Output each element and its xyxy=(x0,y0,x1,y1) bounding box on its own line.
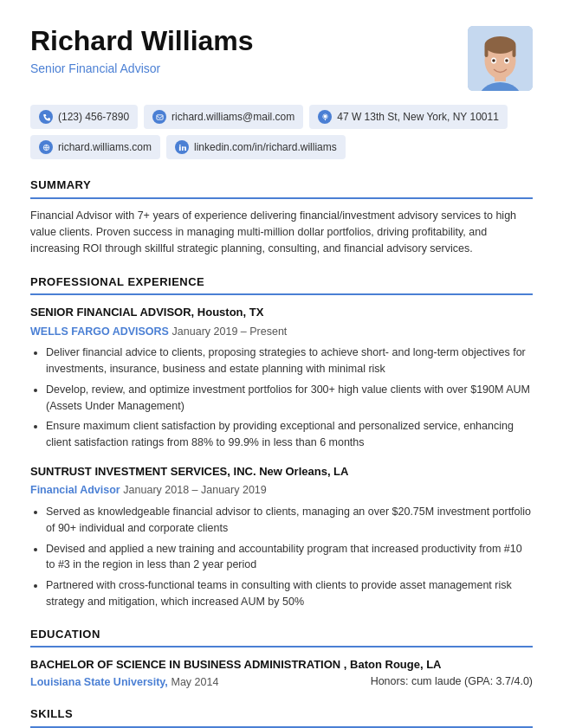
svg-rect-5 xyxy=(485,45,489,57)
contact-linkedin: linkedin.com/in/richard.williams xyxy=(166,135,346,159)
svg-rect-6 xyxy=(513,45,516,57)
job-1-date: January 2019 – Present xyxy=(172,325,288,338)
svg-point-9 xyxy=(492,59,495,62)
location-icon xyxy=(318,110,332,124)
contact-location: 47 W 13th St, New York, NY 10011 xyxy=(309,105,508,129)
experience-section: PROFESSIONAL EXPERIENCE SENIOR FINANCIAL… xyxy=(30,274,533,610)
svg-rect-16 xyxy=(178,146,180,151)
job-2-company-row: Financial Advisor January 2018 – January… xyxy=(30,481,533,499)
phone-icon xyxy=(39,110,53,124)
edu-block: BACHELOR OF SCIENCE IN BUSINESS ADMINIST… xyxy=(30,656,533,690)
edu-degree: BACHELOR OF SCIENCE IN BUSINESS ADMINIST… xyxy=(30,656,533,673)
summary-section: SUMMARY Financial Advisor with 7+ years … xyxy=(30,177,533,258)
job-2-bullet-1: Served as knowledgeable financial adviso… xyxy=(46,504,533,537)
contact-phone: (123) 456-7890 xyxy=(30,105,138,129)
svg-point-10 xyxy=(505,59,508,62)
candidate-name: Richard Williams xyxy=(30,26,254,56)
summary-text: Financial Advisor with 7+ years of exper… xyxy=(30,208,533,258)
job-2-date: January 2018 – January 2019 xyxy=(123,484,266,496)
skills-section: SKILLS MS Office MS Project Salesforce, … xyxy=(30,705,533,728)
edu-row: Louisiana State University, May 2014 Hon… xyxy=(30,673,533,691)
contact-website: richard.williams.com xyxy=(30,135,160,159)
job-1-bullet-2: Develop, review, and optimize investment… xyxy=(46,382,533,415)
education-title: EDUCATION xyxy=(30,626,533,648)
edu-school-row: Louisiana State University, May 2014 xyxy=(30,673,218,691)
edu-date: May 2014 xyxy=(171,676,218,688)
job-1-bullet-3: Ensure maximum client satisfaction by pr… xyxy=(46,418,533,451)
job-2: SUNTRUST INVESTMENT SERVICES, INC. New O… xyxy=(30,463,533,610)
edu-school: Louisiana State University, xyxy=(30,676,168,688)
linkedin-text: linkedin.com/in/richard.williams xyxy=(194,139,337,155)
header: Richard Williams Senior Financial Adviso… xyxy=(30,26,533,91)
job-1-company-row: WELLS FARGO ADVISORS January 2019 – Pres… xyxy=(30,323,533,340)
job-1: SENIOR FINANCIAL ADVISOR, Houston, TX WE… xyxy=(30,304,533,451)
experience-title: PROFESSIONAL EXPERIENCE xyxy=(30,274,533,296)
job-1-role: SENIOR FINANCIAL ADVISOR, Houston, TX xyxy=(30,304,533,321)
summary-title: SUMMARY xyxy=(30,177,533,199)
job-2-bullet-2: Devised and applied a new training and a… xyxy=(46,541,533,574)
job-2-company: Financial Advisor xyxy=(30,484,120,496)
svg-point-12 xyxy=(323,114,327,118)
candidate-title: Senior Financial Advisor xyxy=(30,60,254,78)
job-1-bullets: Deliver financial advice to clients, pro… xyxy=(30,345,533,451)
linkedin-icon xyxy=(175,140,189,154)
job-2-bullets: Served as knowledgeable financial adviso… xyxy=(30,504,533,610)
education-section: EDUCATION BACHELOR OF SCIENCE IN BUSINES… xyxy=(30,626,533,691)
phone-text: (123) 456-7890 xyxy=(58,109,129,125)
location-text: 47 W 13th St, New York, NY 10011 xyxy=(337,109,499,125)
skills-title: SKILLS xyxy=(30,705,533,728)
job-1-company: WELLS FARGO ADVISORS xyxy=(30,325,169,338)
website-text: richard.williams.com xyxy=(58,139,152,155)
contact-email: richard.williams@mail.com xyxy=(144,105,303,129)
header-left: Richard Williams Senior Financial Adviso… xyxy=(30,26,254,78)
candidate-photo xyxy=(468,26,533,91)
edu-honors: Honors: cum laude (GPA: 3.7/4.0) xyxy=(371,673,533,690)
job-1-bullet-1: Deliver financial advice to clients, pro… xyxy=(46,345,533,377)
svg-point-17 xyxy=(178,144,180,145)
job-2-bullet-3: Partnered with cross-functional teams in… xyxy=(46,577,533,610)
email-text: richard.williams@mail.com xyxy=(171,109,294,125)
svg-point-4 xyxy=(485,36,516,54)
svg-rect-11 xyxy=(156,114,162,119)
email-icon xyxy=(152,110,166,124)
job-2-role: SUNTRUST INVESTMENT SERVICES, INC. New O… xyxy=(30,463,533,480)
contact-info: (123) 456-7890 richard.williams@mail.com… xyxy=(30,105,533,159)
web-icon xyxy=(39,140,53,154)
